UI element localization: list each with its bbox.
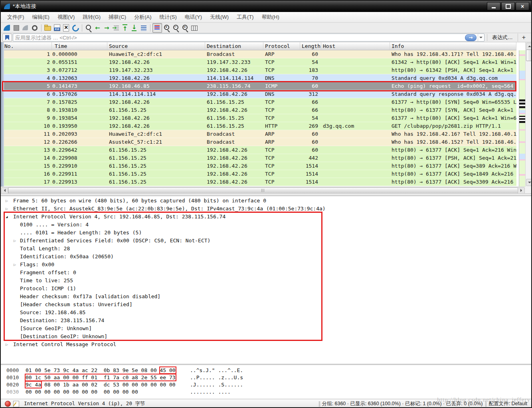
menu-item-9[interactable]: 工具(T) [233, 14, 258, 21]
menu-item-6[interactable]: 统计(S) [155, 14, 180, 21]
hex-row[interactable]: 00209c 4a 08 00 1b aa 00 02 dc 53 00 00 … [1, 381, 532, 388]
packet-row[interactable]: 100.193950192.168.42.2661.156.15.25HTTP2… [4, 122, 516, 130]
go-first-icon[interactable] [121, 24, 130, 32]
reload-icon[interactable] [71, 24, 80, 32]
apply-filter-button[interactable]: → [465, 34, 477, 41]
scroll-down-arrow[interactable] [526, 179, 532, 186]
zoom-in-icon[interactable]: + [162, 24, 171, 32]
menu-item-3[interactable]: 跳转(G) [79, 14, 105, 21]
packet-row[interactable]: 40.132063192.168.42.26114.114.114.114DNS… [4, 74, 516, 82]
detail-line[interactable]: ▷Internet Control Message Protocol [1, 341, 532, 349]
column-header-host[interactable]: Host [321, 42, 390, 50]
packet-row[interactable]: 150.22991061.156.15.25192.168.42.26TCP15… [4, 162, 516, 170]
scroll-up-arrow[interactable] [526, 43, 532, 50]
auto-scroll-icon[interactable] [139, 24, 148, 32]
zoom-out-icon[interactable]: − [172, 24, 180, 32]
column-header-destination[interactable]: Destination [205, 42, 263, 50]
open-file-icon[interactable] [44, 24, 52, 32]
status-profile[interactable]: 配置文件: Default [488, 400, 529, 407]
packet-row[interactable]: 80.19381061.156.15.25192.168.42.26TCP66h… [4, 106, 516, 114]
column-header-no[interactable]: No. [4, 42, 52, 50]
resize-columns-icon[interactable] [190, 24, 199, 32]
menu-item-4[interactable]: 捕获(C) [105, 14, 130, 21]
menu-item-1[interactable]: 编辑(E) [28, 14, 53, 21]
maximize-button[interactable] [501, 2, 515, 10]
zoom-reset-icon[interactable]: = [181, 24, 190, 32]
packet-row[interactable]: 10.000000HuaweiTe_c2:df:c1BroadcastARP60… [4, 50, 516, 58]
capture-options-icon[interactable] [30, 24, 39, 32]
detail-line[interactable]: Total Length: 28 [1, 245, 532, 253]
column-header-time[interactable]: Time [52, 42, 107, 50]
packet-row[interactable]: 30.072712119.147.32.233192.168.42.26TCP1… [4, 66, 516, 74]
detail-line[interactable]: [Destination GeoIP: Unknown] [1, 333, 532, 341]
start-capture-icon[interactable] [3, 24, 12, 32]
packet-row[interactable]: 90.193854192.168.42.2661.156.15.25TCP546… [4, 114, 516, 122]
column-header-protocol[interactable]: Protocol [263, 42, 300, 50]
menu-item-10[interactable]: 帮助(H) [258, 14, 283, 21]
find-packet-icon[interactable] [84, 24, 93, 32]
hex-row[interactable]: 001000 1c 50 aa 00 00 ff 01 f1 7a c0 a8 … [1, 374, 532, 381]
detail-line[interactable]: ◢Internet Protocol Version 4, Src: 192.1… [1, 213, 532, 221]
restart-capture-icon[interactable] [21, 24, 30, 32]
detail-line[interactable]: 0100 .... = Version: 4 [1, 221, 532, 229]
menu-item-0[interactable]: 文件(F) [3, 14, 28, 21]
menu-item-7[interactable]: 电话(Y) [181, 14, 206, 21]
packet-row[interactable]: 140.22990861.156.15.25192.168.42.26TCP44… [4, 154, 516, 162]
vertical-scroll-thumb[interactable] [526, 50, 532, 61]
display-filter-input[interactable] [13, 34, 465, 41]
packet-row[interactable]: 120.226266AsustekC_57:c1:21BroadcastARP6… [4, 138, 516, 146]
go-back-icon[interactable] [93, 24, 102, 32]
packet-row[interactable]: 110.202093HuaweiTe_c2:df:c1BroadcastARP6… [4, 130, 516, 138]
minimize-button[interactable] [487, 2, 500, 10]
expand-icon[interactable]: ▷ [6, 205, 8, 213]
capture-file-properties-icon[interactable] [5, 401, 11, 407]
vertical-scrollbar[interactable] [525, 42, 532, 186]
close-file-icon[interactable] [62, 24, 71, 32]
menu-item-5[interactable]: 分析(A) [130, 14, 155, 21]
close-button[interactable]: × [516, 2, 529, 10]
stop-capture-icon[interactable] [12, 24, 21, 32]
detail-line[interactable]: Protocol: ICMP (1) [1, 285, 532, 293]
detail-line[interactable]: .... 0101 = Header Length: 20 bytes (5) [1, 229, 532, 237]
expression-button[interactable]: 表达式… [487, 34, 518, 41]
go-last-icon[interactable] [130, 24, 139, 32]
horizontal-scroll-thumb[interactable] [8, 187, 518, 194]
save-file-icon[interactable] [53, 24, 61, 32]
menu-item-2[interactable]: 视图(V) [53, 14, 79, 21]
detail-line[interactable]: ▷Differentiated Services Field: 0x00 (DS… [1, 237, 532, 245]
go-to-packet-icon[interactable] [112, 24, 121, 32]
packet-row[interactable]: 50.141473192.168.46.85238.115.156.74ICMP… [4, 82, 516, 90]
packet-row[interactable]: 70.157825192.168.42.2661.156.15.25TCP666… [4, 98, 516, 106]
packet-list-minimap[interactable] [519, 50, 525, 186]
packet-row[interactable]: 160.22991161.156.15.25192.168.42.26TCP15… [4, 170, 516, 178]
detail-line[interactable]: Identification: 0x50aa (20650) [1, 253, 532, 261]
detail-line[interactable]: Header checksum: 0xf17a [validation disa… [1, 293, 532, 301]
expand-icon[interactable]: ▷ [14, 261, 16, 269]
hex-row[interactable]: 003000 00 00 00 00 00 00 00 00 00 00 00.… [1, 388, 532, 396]
detail-line[interactable]: [Source GeoIP: Unknown] [1, 325, 532, 333]
expand-icon[interactable]: ▷ [14, 237, 16, 245]
packet-row[interactable]: 60.157026114.114.114.114192.168.42.26DNS… [4, 90, 516, 98]
expand-icon[interactable]: ▷ [6, 341, 8, 349]
menu-item-8[interactable]: 无线(W) [206, 14, 233, 21]
go-forward-icon[interactable] [103, 24, 111, 32]
detail-line[interactable]: ▷Frame 5: 60 bytes on wire (480 bits), 6… [1, 197, 532, 205]
packet-row[interactable]: 20.055151192.168.42.26119.147.32.233TCP5… [4, 58, 516, 66]
scroll-right-arrow[interactable] [518, 187, 525, 194]
packet-row[interactable]: 130.22964261.156.15.25192.168.42.26TCP60… [4, 146, 516, 154]
expand-icon[interactable]: ▷ [6, 197, 8, 205]
detail-line[interactable]: Time to live: 255 [1, 277, 532, 285]
column-header-source[interactable]: Source [107, 42, 205, 50]
detail-line[interactable]: ▷Flags: 0x00 [1, 261, 532, 269]
capture-comment-icon[interactable] [13, 401, 19, 407]
detail-line[interactable]: Fragment offset: 0 [1, 269, 532, 277]
packet-row[interactable]: 170.22991361.156.15.25192.168.42.26TCP15… [4, 178, 516, 186]
hex-row[interactable]: 000001 00 5e 73 9c 4a ac 22 0b 83 9e 5e … [1, 367, 532, 374]
detail-line[interactable]: [Header checksum status: Unverified] [1, 301, 532, 309]
column-header-length[interactable]: Length [300, 42, 321, 50]
detail-line[interactable]: ▷Ethernet II, Src: AsustekC_83:9e:5e (ac… [1, 205, 532, 213]
column-header-info[interactable]: Info [390, 42, 516, 50]
add-filter-button[interactable]: + [518, 34, 530, 42]
detail-line[interactable]: Destination: 238.115.156.74 [1, 317, 532, 325]
collapse-icon[interactable]: ◢ [6, 213, 8, 221]
